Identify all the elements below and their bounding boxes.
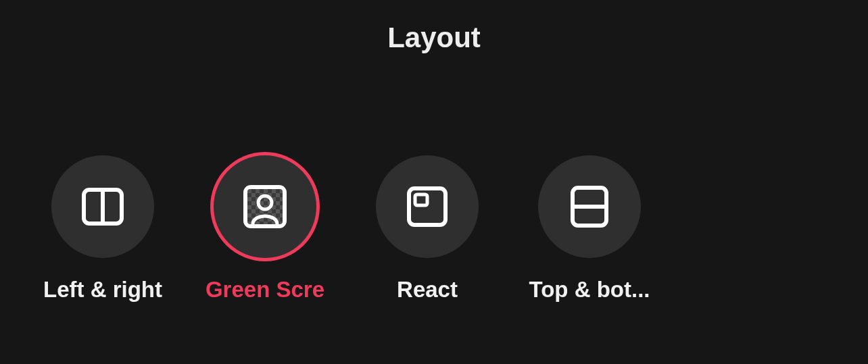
option-label: Left & right — [43, 277, 162, 303]
green-screen-person-icon — [243, 185, 287, 228]
svg-rect-10 — [415, 194, 427, 205]
layout-option-left-right[interactable]: Left & right — [42, 155, 164, 303]
option-label: React — [397, 277, 458, 303]
option-label: Top & bot... — [529, 277, 650, 303]
option-circle — [214, 155, 316, 258]
layout-option-top-bottom[interactable]: Top & bot... — [529, 155, 650, 303]
split-horizontal-icon — [571, 186, 608, 228]
option-circle — [376, 155, 479, 258]
layout-options-row: Left & right — [0, 54, 868, 303]
layout-option-green-screen[interactable]: Green Scre — [204, 155, 326, 303]
option-label: Green Scre — [206, 277, 324, 303]
option-circle — [51, 155, 154, 258]
layout-option-react[interactable]: React — [366, 155, 488, 303]
picture-in-picture-icon — [407, 186, 448, 227]
option-circle — [538, 155, 641, 258]
split-vertical-icon — [82, 188, 124, 226]
panel-title: Layout — [0, 0, 868, 54]
